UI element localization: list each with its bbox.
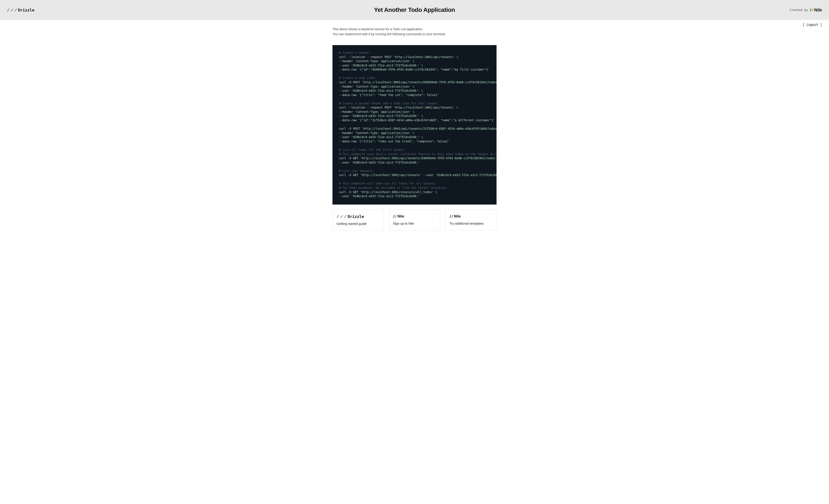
drizzle-wordmark: Drizzle bbox=[348, 214, 364, 219]
nile-wordmark: Nile bbox=[454, 214, 461, 219]
nile-icon bbox=[809, 8, 813, 12]
intro-text: This demo shows a backend service for a … bbox=[332, 27, 497, 36]
header-right: Created by Nile bbox=[774, 7, 822, 12]
drizzle-logo[interactable]: / / / Drizzle bbox=[7, 8, 34, 12]
drizzle-icon: / / / bbox=[336, 215, 346, 219]
app-header: / / / Drizzle Yet Another Todo Applicati… bbox=[0, 0, 829, 20]
link-card[interactable]: NileTry additional templates bbox=[445, 210, 497, 230]
card-body: Sign up to Nile bbox=[393, 222, 436, 225]
nile-icon bbox=[449, 215, 453, 218]
link-cards: / / /DrizzleGetting started guideNileSig… bbox=[332, 210, 497, 230]
intro-line-1: This demo shows a backend service for a … bbox=[332, 27, 497, 32]
header-left: / / / Drizzle bbox=[7, 8, 55, 12]
page-title: Yet Another Todo Application bbox=[55, 6, 774, 13]
card-body: Try additional templates bbox=[449, 222, 493, 225]
nile-logo: Nile bbox=[393, 214, 436, 219]
nile-logo: Nile bbox=[449, 214, 493, 219]
link-card[interactable]: NileSign up to Nile bbox=[389, 210, 440, 230]
card-body: Getting started guide bbox=[336, 222, 380, 226]
drizzle-logo: / / /Drizzle bbox=[336, 214, 380, 219]
nile-wordmark: Nile bbox=[814, 7, 822, 12]
created-by-label: Created by bbox=[790, 8, 808, 12]
drizzle-wordmark: Drizzle bbox=[18, 8, 34, 12]
logout-link[interactable]: [ Logout ] bbox=[803, 23, 822, 27]
link-card[interactable]: / / /DrizzleGetting started guide bbox=[332, 210, 384, 230]
intro-line-2: You can experiment with it by running th… bbox=[332, 32, 497, 37]
topbar: [ Logout ] bbox=[5, 20, 824, 27]
terminal-code-block: # Create a tenant: curl --location --req… bbox=[332, 45, 497, 204]
nile-wordmark: Nile bbox=[397, 214, 404, 219]
nile-logo[interactable]: Nile bbox=[809, 7, 822, 12]
drizzle-icon: / / / bbox=[7, 8, 16, 12]
nile-icon bbox=[393, 215, 396, 218]
